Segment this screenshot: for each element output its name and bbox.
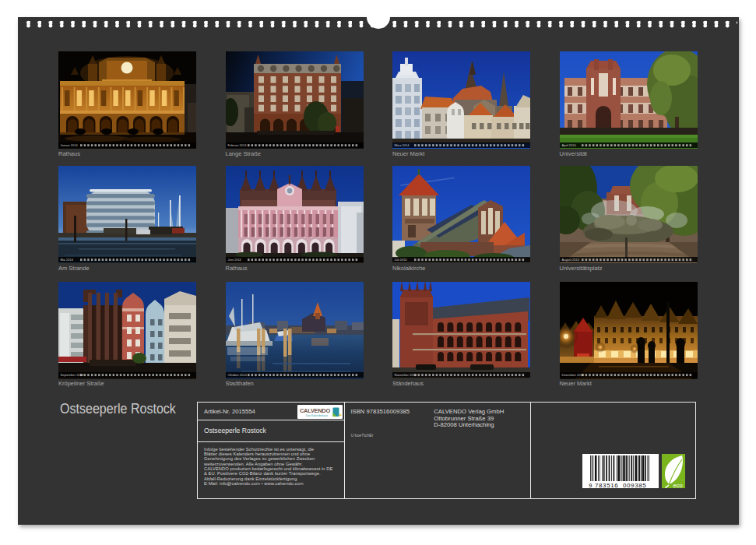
svg-text:Oktober 2014: Oktober 2014 <box>227 373 247 377</box>
svg-text:März 2014: März 2014 <box>395 143 410 147</box>
svg-text:April 2014: April 2014 <box>561 143 576 147</box>
svg-text:009385: 009385 <box>623 482 646 489</box>
svg-text:Das Kalenderhaus: Das Kalenderhaus <box>306 414 328 417</box>
svg-text:Mai 2014: Mai 2014 <box>61 258 74 262</box>
svg-text:9: 9 <box>589 482 592 489</box>
svg-text:Juli 2014: Juli 2014 <box>395 258 408 262</box>
svg-text:eco: eco <box>673 482 683 489</box>
svg-text:Februar 2014: Februar 2014 <box>227 143 247 147</box>
svg-text:Januar 2014: Januar 2014 <box>61 143 79 147</box>
svg-text:November 2014: November 2014 <box>395 373 417 377</box>
svg-text:Juni 2014: Juni 2014 <box>227 258 241 262</box>
svg-text:783516: 783516 <box>595 482 618 489</box>
svg-text:August 2014: August 2014 <box>561 258 579 262</box>
svg-text:Dezember 2014: Dezember 2014 <box>561 373 584 377</box>
svg-text:CALVENDO: CALVENDO <box>300 407 330 414</box>
